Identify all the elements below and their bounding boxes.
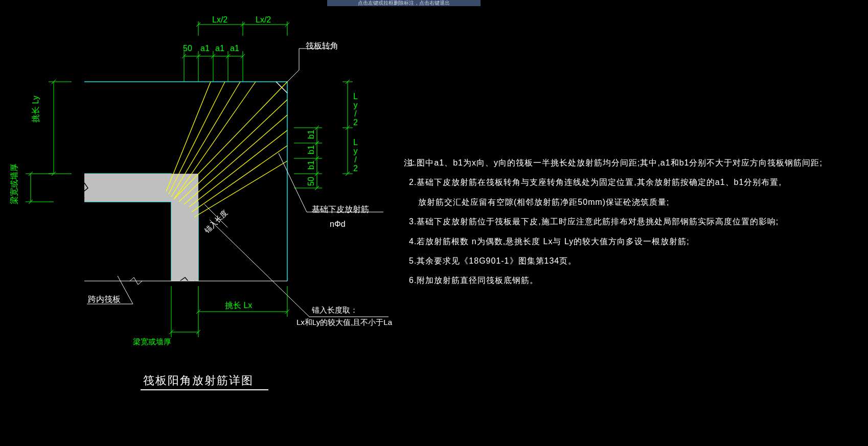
notes-header: 注: (404, 153, 415, 173)
dim-a1-3: a1 (230, 44, 239, 53)
dim-left-ly: 挑长 Ly (31, 96, 41, 123)
svg-line-64 (184, 115, 287, 204)
svg-line-67 (194, 161, 287, 217)
svg-line-60 (287, 70, 299, 82)
dim-a1-2: a1 (215, 44, 224, 53)
note-line: 6.附加放射筋直径同筏板底钢筋。 (409, 271, 859, 290)
dim-left-thick: 梁宽或墙厚 (9, 163, 20, 204)
svg-line-72 (279, 153, 307, 212)
svg-line-63 (179, 100, 287, 202)
label-nphi: nΦd (330, 220, 346, 229)
dim-b1-2: b1 (307, 145, 316, 154)
dim-a1-1: a1 (200, 44, 210, 53)
dim-lx2-right: Lx/2 (256, 15, 271, 25)
svg-line-66 (192, 146, 287, 212)
label-foundation-rebar: 基础下皮放射筋 (312, 204, 369, 215)
dim-b1-1: b1 (307, 130, 316, 139)
dim-bot-lx: 挑长 Lx (225, 300, 252, 311)
dim-right50: 50 (307, 177, 316, 186)
dim-b1-3: b1 (307, 160, 316, 170)
note-line: 5.其余要求见《18G901-1》图集第134页。 (409, 251, 859, 271)
dim-ly2-bot: Ly/2 (351, 138, 360, 173)
dim-bot-thick: 梁宽或墙厚 (133, 337, 171, 347)
note-line: 放射筋交汇处应留有空隙(相邻放射筋净距50mm)保证砼浇筑质量; (409, 193, 859, 212)
note-line: 1.图中a1、b1为x向、y向的筏板一半挑长处放射筋均分间距;其中,a1和b1分… (409, 153, 859, 173)
note-line: 2.基础下皮放射筋在筏板转角与支座转角连线处为固定位置,其余放射筋按确定的a1、… (409, 173, 859, 192)
label-anchor-desc2: Lx和Ly的较大值,且不小于La (296, 318, 392, 327)
dim-ly2-top: Ly/2 (351, 92, 360, 127)
label-corner: 筏板转角 (306, 41, 338, 52)
dim-lx2-left: Lx/2 (212, 15, 227, 25)
label-anchor-desc1: 锚入长度取： (312, 306, 358, 315)
note-line: 4.若放射筋根数 n为偶数,悬挑长度 Lx与 Ly的较大值方向多设一根放射筋; (409, 232, 859, 251)
svg-line-62 (174, 82, 287, 199)
dim-top50: 50 (183, 44, 192, 53)
title-underline (141, 389, 268, 390)
label-inner-raft: 跨内筏板 (88, 294, 121, 305)
diagram-title: 筏板阳角放射筋详图 (143, 373, 254, 388)
svg-line-69 (171, 82, 240, 197)
notes-block: 注: 1.图中a1、b1为x向、y向的筏板一半挑长处放射筋均分间距;其中,a1和… (409, 153, 859, 291)
note-line: 3.基础下皮放射筋位于筏板最下皮,施工时应注意此筋排布对悬挑处局部钢筋实际高度位… (409, 212, 859, 231)
svg-line-68 (174, 82, 256, 199)
